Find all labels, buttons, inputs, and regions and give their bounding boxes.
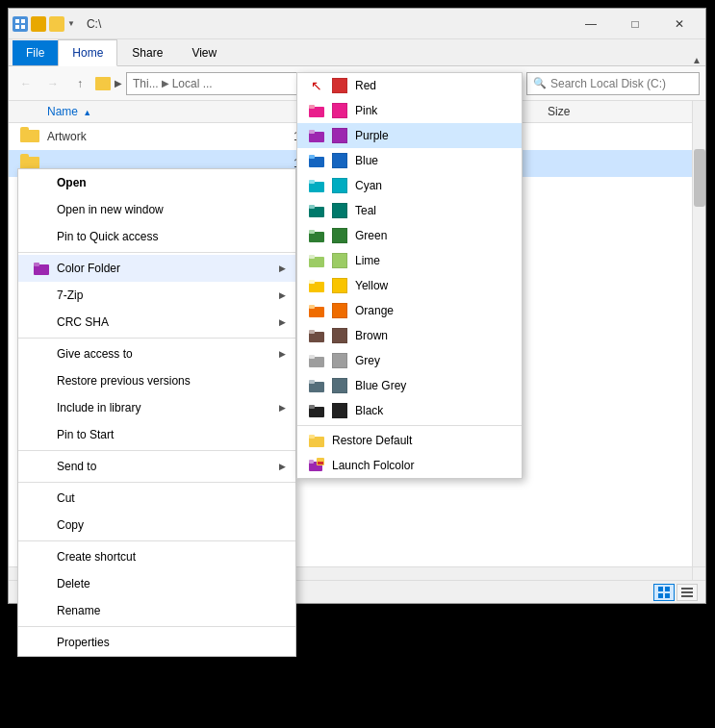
- delete-icon: [34, 576, 49, 591]
- view-list-button[interactable]: [677, 584, 698, 601]
- col-header-size[interactable]: Size: [548, 105, 625, 118]
- search-input[interactable]: [550, 77, 693, 90]
- ctx-send-to[interactable]: Send to: [18, 453, 295, 480]
- color-item-blue-grey[interactable]: Blue Grey: [297, 373, 522, 398]
- title-bar-icons: ▼ C:\: [13, 16, 569, 32]
- give-access-icon: [34, 346, 49, 362]
- color-item-cyan[interactable]: Cyan: [297, 173, 522, 198]
- blue-grey-swatch: [332, 378, 347, 393]
- open-icon: [34, 175, 49, 190]
- open-new-window-icon: [34, 202, 49, 217]
- color-item-green[interactable]: Green: [297, 223, 522, 248]
- svg-rect-9: [681, 591, 693, 593]
- color-item-pink[interactable]: Pink: [297, 98, 522, 123]
- scrollbar-thumb[interactable]: [694, 149, 705, 207]
- ctx-create-shortcut[interactable]: Create shortcut: [18, 543, 295, 570]
- color-label-lime: Lime: [355, 254, 380, 267]
- title-text: C:\: [87, 17, 101, 31]
- color-item-teal[interactable]: Teal: [297, 198, 522, 223]
- color-label-blue-grey: Blue Grey: [355, 379, 406, 392]
- color-label-yellow: Yellow: [355, 279, 388, 292]
- color-label-pink: Pink: [355, 104, 377, 117]
- path-part1: Thi...: [133, 77, 159, 90]
- svg-rect-5: [665, 587, 670, 591]
- ctx-7zip[interactable]: 7-Zip: [18, 282, 295, 309]
- ctx-cut[interactable]: Cut: [18, 485, 295, 512]
- search-icon: 🔍: [533, 77, 547, 89]
- save-icon[interactable]: [31, 16, 46, 32]
- tab-view[interactable]: View: [177, 39, 231, 66]
- ctx-pin-quick[interactable]: Pin to Quick access: [18, 223, 295, 250]
- color-label-grey: Grey: [355, 354, 380, 367]
- search-box[interactable]: 🔍: [526, 72, 700, 95]
- color-item-red[interactable]: ↖ Red: [297, 73, 522, 98]
- tab-home[interactable]: Home: [58, 39, 117, 66]
- ctx-open[interactable]: Open: [18, 169, 295, 196]
- scroll-corner: [692, 566, 705, 580]
- color-label-orange: Orange: [355, 304, 394, 317]
- up-button[interactable]: ↑: [68, 72, 91, 95]
- back-button[interactable]: ←: [14, 72, 38, 95]
- pin-start-icon: [34, 427, 49, 442]
- restore-default-label: Restore Default: [332, 434, 412, 447]
- ctx-pin-start[interactable]: Pin to Start: [18, 421, 295, 448]
- close-button[interactable]: ✕: [657, 9, 702, 39]
- color-label-brown: Brown: [355, 329, 388, 342]
- lime-swatch: [332, 253, 347, 268]
- pink-folder-icon: [309, 103, 324, 118]
- ctx-sep-5: [18, 540, 295, 541]
- ctx-delete[interactable]: Delete: [18, 570, 295, 597]
- minimize-button[interactable]: —: [569, 9, 613, 39]
- ctx-open-new-window[interactable]: Open in new window: [18, 196, 295, 223]
- svg-rect-3: [21, 25, 25, 29]
- yellow-swatch: [332, 278, 347, 293]
- color-item-yellow[interactable]: Yellow: [297, 273, 522, 298]
- lime-folder-icon: [309, 253, 324, 268]
- view-grid-button[interactable]: [653, 584, 675, 601]
- svg-rect-32: [309, 330, 315, 334]
- color-label-purple: Purple: [355, 129, 389, 142]
- color-submenu: ↖ Red Pink Purple Blue Cyan: [296, 72, 523, 479]
- cursor-icon: ↖: [309, 78, 324, 93]
- svg-rect-16: [309, 130, 315, 134]
- color-item-restore-default[interactable]: Restore Default: [297, 428, 522, 453]
- ribbon-collapse-icon[interactable]: ▲: [692, 55, 702, 65]
- ctx-rename[interactable]: Rename: [18, 597, 295, 624]
- ctx-properties[interactable]: Properties: [18, 629, 295, 656]
- tab-share[interactable]: Share: [117, 39, 177, 66]
- tab-file[interactable]: File: [13, 40, 58, 65]
- svg-rect-6: [658, 593, 663, 598]
- red-swatch: [332, 78, 347, 93]
- forward-button[interactable]: →: [41, 72, 64, 95]
- color-item-launch-folcolor[interactable]: Launch Folcolor: [297, 453, 522, 478]
- dropdown-icon[interactable]: ▼: [67, 19, 75, 28]
- color-sep: [297, 425, 522, 426]
- color-item-purple[interactable]: Purple: [297, 123, 522, 148]
- launch-folcolor-icon: [309, 458, 324, 473]
- color-label-teal: Teal: [355, 204, 376, 217]
- ctx-color-folder[interactable]: Color Folder: [18, 255, 295, 282]
- vertical-scrollbar[interactable]: [692, 101, 705, 566]
- color-item-black[interactable]: Black: [297, 398, 522, 423]
- ctx-restore-versions[interactable]: Restore previous versions: [18, 367, 295, 394]
- svg-rect-7: [665, 593, 670, 598]
- send-to-icon: [34, 459, 49, 474]
- color-item-brown[interactable]: Brown: [297, 323, 522, 348]
- path-sep: ▶: [162, 78, 169, 88]
- ctx-copy[interactable]: Copy: [18, 512, 295, 539]
- color-item-lime[interactable]: Lime: [297, 248, 522, 273]
- create-shortcut-icon: [34, 549, 49, 565]
- color-item-grey[interactable]: Grey: [297, 348, 522, 373]
- ctx-give-access[interactable]: Give access to: [18, 340, 295, 367]
- orange-folder-icon: [309, 303, 324, 318]
- color-item-orange[interactable]: Orange: [297, 298, 522, 323]
- col-header-name[interactable]: Name ▲: [9, 105, 297, 118]
- color-item-blue[interactable]: Blue: [297, 148, 522, 173]
- maximize-button[interactable]: □: [613, 9, 657, 39]
- ctx-crc-sha[interactable]: CRC SHA: [18, 309, 295, 336]
- ctx-include-library[interactable]: Include in library: [18, 394, 295, 421]
- cyan-swatch: [332, 178, 347, 193]
- svg-rect-22: [309, 205, 315, 209]
- folder-nav-icon[interactable]: [49, 16, 64, 32]
- ctx-sep-6: [18, 626, 295, 627]
